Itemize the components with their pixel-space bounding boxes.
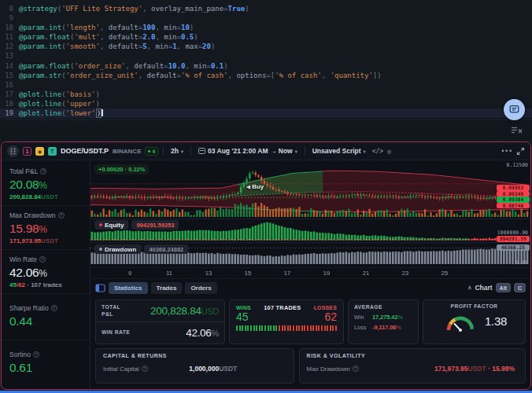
- line-number: 11: [0, 32, 19, 42]
- buy-trade-marker[interactable]: ◀ Buy: [246, 183, 264, 190]
- price-axis-top-label: 0.12500: [507, 162, 528, 168]
- code-line[interactable]: 11@param.float('mult', default=2.0, min=…: [0, 32, 532, 42]
- code-line[interactable]: 12@param.int('smooth', default=5, min=1,…: [0, 42, 532, 51]
- stat-sortino: Sortino? 0.61: [2, 340, 90, 380]
- price-change-badge: +0.00020 · 0.22%: [94, 164, 149, 174]
- exchange-logo-badge[interactable]: ◆: [35, 147, 44, 156]
- drawdown-zero-label: 0.00: [515, 259, 528, 266]
- tab-orders[interactable]: Orders: [185, 282, 216, 294]
- win-loss-bar: [236, 325, 337, 331]
- code-text[interactable]: @param.float('order_size', default=10.0,…: [19, 61, 228, 71]
- line-number: 16: [0, 80, 19, 90]
- symbol-button[interactable]: DOGE/USDT.P: [61, 147, 109, 155]
- code-line[interactable]: 15@param.str('order_size_unit', default=…: [0, 71, 532, 80]
- code-line[interactable]: 16: [0, 80, 532, 90]
- line-number: 19: [0, 108, 19, 118]
- buy-arrow-icon: ◀: [246, 184, 250, 190]
- card-average: AVERAGE Win 17,275.42% Loss -9,117.06%: [348, 299, 419, 344]
- code-line[interactable]: 8@strategy('UFF Lite Strategy', overlay_…: [0, 4, 532, 13]
- time-axis-label: 23: [402, 270, 408, 277]
- info-icon[interactable]: ?: [58, 212, 65, 219]
- line-number: 8: [0, 4, 19, 13]
- line-number: 13: [0, 51, 19, 61]
- notes-icon: [509, 105, 519, 115]
- info-icon[interactable]: ?: [40, 168, 46, 174]
- text-cursor: [102, 109, 103, 116]
- code-editor[interactable]: 8@strategy('UFF Lite Strategy', overlay_…: [0, 0, 532, 119]
- line-number: 14: [0, 61, 19, 71]
- assistant-fab-button[interactable]: [504, 99, 525, 120]
- info-icon[interactable]: ?: [33, 351, 39, 358]
- card-total-pl: TOTAL P&L 200,828.84USD WIN RATE 42.06%: [95, 299, 225, 344]
- line-number: 17: [0, 90, 19, 99]
- code-lines[interactable]: 8@strategy('UFF Lite Strategy', overlay_…: [0, 4, 532, 118]
- chevron-down-icon: ▾: [364, 149, 366, 154]
- drag-dots-icon: [10, 148, 16, 155]
- code-line[interactable]: 13: [0, 51, 532, 61]
- info-icon[interactable]: ?: [39, 256, 46, 263]
- tab-statistics[interactable]: Statistics: [109, 282, 148, 294]
- time-axis-label: 9: [128, 270, 131, 277]
- code-text[interactable]: @param.str('order_size_unit', default='%…: [19, 71, 382, 80]
- code-text[interactable]: @plot.line('lower'): [19, 108, 103, 118]
- time-axis-label: 25: [441, 270, 448, 277]
- time-axis-label: 15: [245, 270, 251, 277]
- time-axis-label: 21: [363, 270, 369, 277]
- stat-max-drawdown: Max Drawdown? 15.98% 171,973.95USDT: [2, 206, 90, 250]
- account-badge[interactable]: T: [48, 147, 57, 156]
- collapse-panel-icon[interactable]: [511, 126, 523, 135]
- code-text[interactable]: @plot.line('upper'): [19, 99, 100, 108]
- caret-up-icon: ∧: [467, 285, 471, 291]
- price-level-badge: 0.08746: [497, 203, 530, 209]
- info-icon[interactable]: ?: [51, 305, 57, 311]
- timeframe-select[interactable]: 2h▾: [168, 145, 186, 156]
- expand-button[interactable]: [516, 147, 525, 156]
- code-line[interactable]: 9: [0, 13, 532, 23]
- record-icon[interactable]: ◎: [387, 148, 391, 155]
- chart-area: +0.00020 · 0.22% ◀ Buy 0.12500 0.099530.…: [91, 160, 530, 267]
- tab-trades[interactable]: Trades: [151, 282, 183, 294]
- exchange-label: BINANCE: [113, 148, 141, 155]
- equity-initial-label: 1000000.00: [497, 230, 528, 236]
- equity-current-badge: 994291.59: [497, 236, 530, 242]
- profit-factor-gauge: [441, 310, 479, 332]
- line-number: 15: [0, 71, 19, 80]
- code-text[interactable]: @param.int('smooth', default=5, min=1, m…: [19, 42, 215, 51]
- strategy-count-badge[interactable]: 1: [23, 147, 31, 156]
- code-line[interactable]: 18@plot.line('upper'): [0, 99, 532, 108]
- date-range-select[interactable]: 03 Aug '21 2:00 AM → Now▾: [196, 145, 300, 156]
- stats-cards: TOTAL P&L 200,828.84USD WIN RATE 42.06% …: [91, 296, 530, 347]
- chart-collapse-toggle[interactable]: ∧ Chart: [467, 284, 492, 292]
- panel-layout-icon[interactable]: [95, 284, 105, 292]
- code-line[interactable]: 19@plot.line('lower'): [0, 108, 532, 118]
- code-line[interactable]: 14@param.float('order_size', default=10.…: [0, 61, 532, 71]
- drawdown-series-toggle[interactable]: Drawdown 40368.24882: [94, 244, 188, 254]
- performance-sidebar: Total P&L? 20.08% 200,828.84USDT Max Dra…: [2, 160, 91, 389]
- code-text[interactable]: @plot.line('basis'): [19, 90, 100, 99]
- more-button[interactable]: •••: [501, 148, 512, 155]
- code-line[interactable]: 17@plot.line('basis'): [0, 90, 532, 99]
- equity-series-toggle[interactable]: Equity 994291.59253: [94, 220, 179, 230]
- stat-win-rate: Win Rate? 42.06% 45/62 · 107 trades: [2, 250, 90, 294]
- info-icon[interactable]: ?: [353, 365, 359, 372]
- drag-handle[interactable]: [7, 145, 19, 157]
- code-text[interactable]: @param.float('mult', default=2.0, min=0.…: [19, 32, 198, 42]
- code-text[interactable]: @param.int('length', default=100, min=10…: [19, 23, 194, 32]
- line-number: 9: [0, 13, 19, 23]
- connection-badge: 4: [145, 147, 158, 156]
- code-text[interactable]: @strategy('UFF Lite Strategy', overlay_m…: [19, 4, 249, 13]
- loss-bar: [279, 325, 337, 331]
- code-icon[interactable]: </>: [372, 148, 383, 155]
- line-number: 18: [0, 99, 19, 108]
- chart-time-axis[interactable]: 91113151719212325: [91, 267, 530, 278]
- time-axis-label: 17: [284, 270, 290, 277]
- app-window: 8@strategy('UFF Lite Strategy', overlay_…: [0, 0, 532, 393]
- card-capital-returns: CAPITAL & RETURNS Initial Capital? 1,000…: [95, 348, 294, 384]
- code-line[interactable]: 10@param.int('length', default=100, min=…: [0, 23, 532, 32]
- time-axis-label: 19: [323, 270, 330, 277]
- card-profit-factor: PROFIT FACTOR 1.38: [423, 299, 526, 344]
- time-axis-label: 11: [166, 270, 172, 277]
- stat-total-pl: Total P&L? 20.08% 200,828.84USDT: [2, 162, 90, 206]
- info-icon[interactable]: ?: [142, 365, 148, 372]
- script-select[interactable]: Unsaved Script▾: [310, 145, 368, 156]
